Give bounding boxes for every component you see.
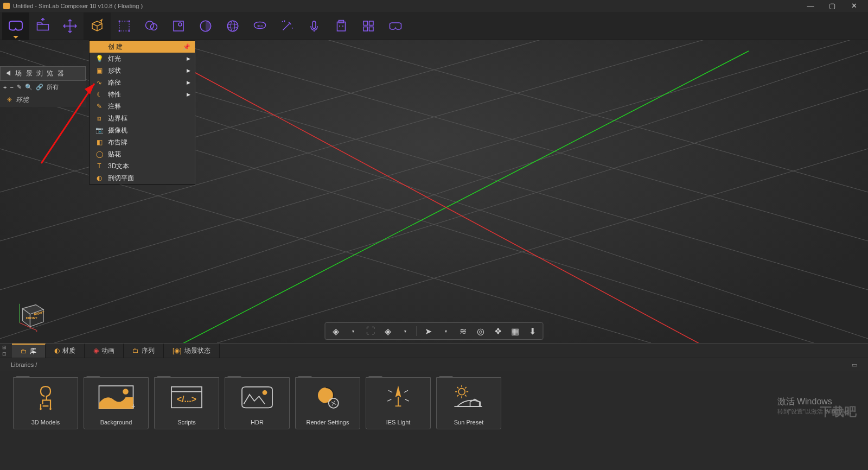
vp-layers-icon[interactable]: ≋ [457,325,469,337]
wand-icon[interactable]: ✎ [17,84,22,91]
card-icon: + [97,378,135,417]
vp-chevron3-icon[interactable]: ▾ [440,325,452,337]
svg-rect-0 [119,21,129,31]
svg-point-8 [178,23,182,26]
menu-item-label: 3D文本 [108,162,129,170]
vp-target-icon[interactable]: ◎ [475,325,487,337]
toolbar-materials-button[interactable] [138,12,165,40]
library-card-sun-preset[interactable]: Sun Preset [436,377,501,429]
library-card-render-settings[interactable]: Render Settings [295,377,360,429]
card-label: Scripts [177,417,196,429]
svg-rect-20 [363,27,368,31]
toolbar-contrast-button[interactable] [192,12,219,40]
vp-stack-icon[interactable]: ❖ [492,325,504,337]
toolbar-magic-button[interactable] [273,12,301,40]
scene-item-label: 环境 [16,96,29,104]
svg-line-63 [465,395,467,397]
card-icon: </...> [168,378,206,417]
svg-line-30 [108,40,868,241]
tab-序列[interactable]: 🗀序列 [124,344,164,358]
close-button[interactable]: ✕ [843,0,865,12]
card-label: IES Light [386,417,411,429]
toolbar-vr2-button[interactable] [382,12,409,40]
tab-icon: 🗀 [132,347,139,354]
tab-场景状态[interactable]: [◉]场景状态 [164,344,220,358]
vp-cube1-icon[interactable]: ◈ [330,325,342,337]
window-title: Untitled - SimLab Composer 10 v10.8 ( Fl… [13,3,143,9]
tabs-side-icons[interactable]: ⊞⊡ [2,344,12,358]
svg-line-35 [195,73,781,343]
menu-item-创 建[interactable]: 创 建📌 [90,41,195,53]
vp-grid-icon[interactable]: ▦ [509,325,521,337]
link-icon[interactable]: 🔗 [36,84,43,91]
library-card-scripts[interactable]: </...>Scripts [154,377,219,429]
menu-item-贴花[interactable]: ◯贴花 [90,148,195,160]
library-card-background[interactable]: +Background [84,377,149,429]
svg-point-49 [123,389,129,395]
toolbar-vr-button[interactable] [2,12,29,40]
menu-item-icon: ◧ [95,138,104,146]
toolbar-open-button[interactable] [29,12,56,40]
menu-item-label: 贴花 [108,150,121,158]
maximize-button[interactable]: ▢ [821,0,843,12]
svg-rect-19 [369,21,374,26]
menu-item-形状[interactable]: ▣形状▶ [90,65,195,77]
menu-item-灯光[interactable]: 💡灯光▶ [90,53,195,65]
menu-item-3D文本[interactable]: T3D文本 [90,160,195,172]
menu-item-边界框[interactable]: ⧈边界框 [90,112,195,124]
svg-point-46 [40,408,42,410]
svg-rect-14 [337,22,346,31]
menu-item-label: 形状 [108,66,121,75]
view-cube[interactable]: FRONT RIGHT x [13,295,51,333]
toolbar-move-button[interactable] [56,12,84,40]
library-card-3d-models[interactable]: 3D Models [13,377,78,429]
tab-label: 材质 [62,346,75,355]
toolbar-clipboard-button[interactable] [328,12,355,40]
minimize-button[interactable]: — [800,0,821,12]
menu-item-布告牌[interactable]: ◧布告牌 [90,136,195,148]
toolbar-render-button[interactable] [165,12,192,40]
tab-动画[interactable]: ◉动画 [85,344,124,358]
add-icon[interactable]: + [3,84,7,91]
toolbar-grid-button[interactable] [355,12,382,40]
title-bar: Untitled - SimLab Composer 10 v10.8 ( Fl… [0,0,868,12]
svg-line-65 [465,387,467,389]
card-icon [313,378,342,417]
vp-cube2-icon[interactable]: ◈ [382,325,394,337]
tab-库[interactable]: 🗀库 [12,344,46,358]
tab-icon: ◉ [93,347,99,354]
svg-line-31 [271,40,868,192]
scene-item-environment[interactable]: ☀环境 [0,93,86,107]
filter-label[interactable]: 所有 [47,83,59,91]
library-card-ies-light[interactable]: IES Light [366,377,431,429]
toolbar-globe-button[interactable] [219,12,246,40]
menu-item-icon: ⧈ [95,115,104,122]
vp-chevron2-icon[interactable]: ▾ [399,325,411,337]
card-label: 3D Models [31,417,60,429]
toolbar-360-button[interactable]: 360 [246,12,273,40]
subtract-icon[interactable]: − [10,84,13,91]
library-card-hdr[interactable]: HDR [225,377,290,429]
toolbar-mic-button[interactable] [301,12,328,40]
menu-item-特性[interactable]: ☾特性▶ [90,88,195,100]
svg-text:x: x [36,329,37,333]
vp-focus-icon[interactable]: ⛶ [365,325,376,337]
vp-cursor-icon[interactable]: ➤ [423,325,435,337]
menu-item-label: 摄像机 [108,126,127,135]
scene-browser-title[interactable]: ◀ 场 景 浏 览 器 [0,66,86,81]
vp-chevron-icon[interactable]: ▾ [347,325,359,337]
tab-材质[interactable]: ◐材质 [46,344,85,358]
menu-item-摄像机[interactable]: 📷摄像机 [90,124,195,136]
vp-download-icon[interactable]: ⬇ [527,325,539,337]
menu-item-剖切平面[interactable]: ◐剖切平面 [90,172,195,184]
toolbar-select-button[interactable] [111,12,138,40]
menu-item-注释[interactable]: ✎注释 [90,100,195,112]
svg-point-12 [231,21,235,31]
main-toolbar: 360 [0,12,868,40]
search-icon[interactable]: 🔍 [25,84,33,91]
breadcrumb[interactable]: Libraries / [11,361,37,368]
panel-menu-icon[interactable]: ▭ [852,361,857,369]
menu-item-路径[interactable]: ∿路径▶ [90,77,195,88]
svg-point-16 [339,25,340,26]
toolbar-create-button[interactable] [84,12,111,40]
